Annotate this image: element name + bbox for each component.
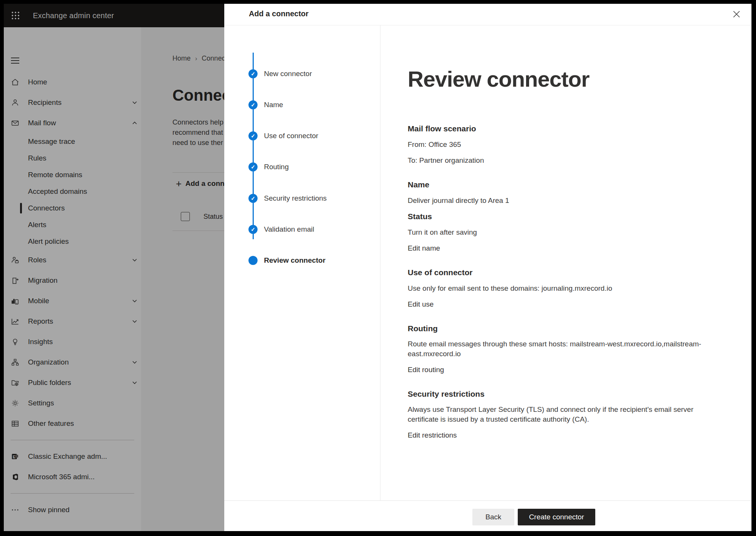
- add-connector-dialog: Add a connector ✓New connector✓Name✓Use …: [224, 4, 751, 531]
- step-completed-check-icon: ✓: [248, 225, 258, 234]
- edit-routing-link[interactable]: Edit routing: [408, 365, 444, 375]
- edit-use-link[interactable]: Edit use: [408, 299, 434, 310]
- step-label: Review connector: [264, 256, 326, 265]
- stepper-connector-line: [253, 53, 254, 239]
- section-text-line: Route email messages through these smart…: [408, 339, 714, 349]
- step-completed-check-icon: ✓: [248, 100, 258, 109]
- review-section-mail-flow-scenario: Mail flow scenarioFrom: Office 365To: Pa…: [408, 123, 714, 166]
- section-heading: Use of connector: [408, 267, 714, 278]
- section-text-line: certificate is issued by a trusted certi…: [408, 414, 714, 424]
- dialog-header: Add a connector: [224, 4, 751, 25]
- step-label: Security restrictions: [264, 194, 327, 203]
- section-heading: Security restrictions: [408, 389, 714, 399]
- step-security-restrictions[interactable]: ✓Security restrictions: [224, 194, 380, 203]
- section-heading: Status: [408, 211, 714, 222]
- step-validation-email[interactable]: ✓Validation email: [224, 225, 380, 234]
- edit-restrictions-link[interactable]: Edit restrictions: [408, 430, 457, 441]
- review-sections: Mail flow scenarioFrom: Office 365To: Pa…: [408, 123, 714, 441]
- section-text: Deliver journal directly to Area 1: [408, 195, 714, 206]
- create-connector-button[interactable]: Create connector: [518, 509, 595, 525]
- section-text: Turn it on after saving: [408, 227, 714, 238]
- review-section-name-status: NameDeliver journal directly to Area 1St…: [408, 179, 714, 254]
- section-text: To: Partner organization: [408, 155, 714, 166]
- section-text: Always use Transport Layer Security (TLS…: [408, 405, 714, 424]
- step-new-connector[interactable]: ✓New connector: [224, 69, 380, 78]
- section-text-line: east.mxrecord.io: [408, 349, 714, 359]
- section-text: Route email messages through these smart…: [408, 339, 714, 359]
- step-completed-check-icon: ✓: [248, 69, 258, 78]
- dialog-footer: Back Create connector: [224, 500, 751, 531]
- review-pane: Review connector Mail flow scenarioFrom:…: [408, 67, 714, 454]
- step-label: Routing: [264, 163, 289, 171]
- wizard-stepper: ✓New connector✓Name✓Use of connector✓Rou…: [224, 25, 380, 501]
- close-icon[interactable]: [732, 9, 741, 19]
- review-heading: Review connector: [408, 67, 714, 91]
- step-label: Name: [264, 101, 283, 109]
- step-completed-check-icon: ✓: [248, 194, 258, 203]
- review-section-use-of-connector: Use of connectorUse only for email sent …: [408, 267, 714, 310]
- step-label: Use of connector: [264, 132, 318, 140]
- step-label: New connector: [264, 70, 312, 78]
- section-heading: Routing: [408, 323, 714, 334]
- step-active-dot-icon: [248, 256, 258, 265]
- section-heading: Name: [408, 179, 714, 190]
- step-name[interactable]: ✓Name: [224, 100, 380, 109]
- back-button[interactable]: Back: [472, 509, 514, 525]
- edit-name-link[interactable]: Edit name: [408, 243, 440, 254]
- step-completed-check-icon: ✓: [248, 131, 258, 140]
- step-review-connector[interactable]: Review connector: [224, 256, 380, 265]
- step-label: Validation email: [264, 225, 314, 234]
- screen: Exchange admin center HomeRecipientsMail…: [4, 4, 751, 531]
- section-heading: Mail flow scenario: [408, 123, 714, 134]
- dialog-title: Add a connector: [249, 9, 309, 18]
- step-use-of-connector[interactable]: ✓Use of connector: [224, 131, 380, 140]
- review-section-security-restrictions: Security restrictionsAlways use Transpor…: [408, 389, 714, 441]
- step-completed-check-icon: ✓: [248, 162, 258, 171]
- review-section-routing: RoutingRoute email messages through thes…: [408, 323, 714, 375]
- step-routing[interactable]: ✓Routing: [224, 162, 380, 171]
- section-text: Use only for email sent to these domains…: [408, 283, 714, 294]
- section-text-line: Always use Transport Layer Security (TLS…: [408, 405, 714, 414]
- section-text: From: Office 365: [408, 139, 714, 150]
